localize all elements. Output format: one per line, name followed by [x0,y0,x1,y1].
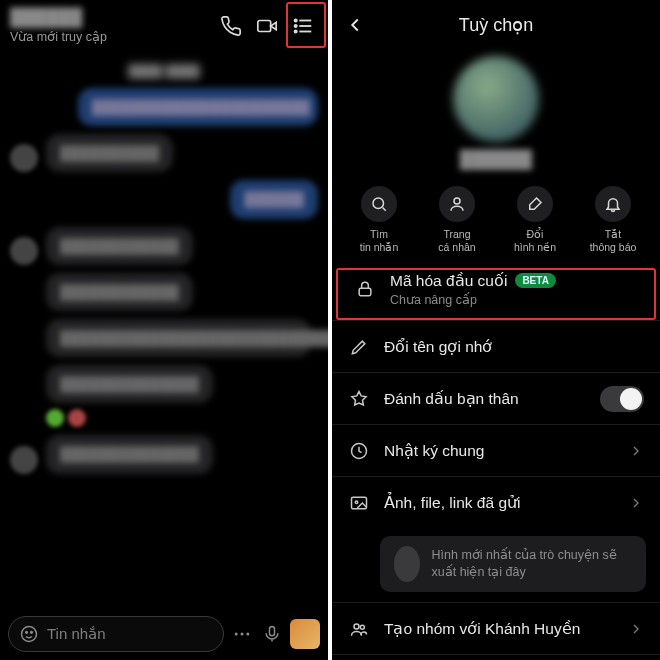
beta-badge: BETA [515,273,555,288]
svg-point-10 [235,633,238,636]
image-icon [348,493,370,513]
clock-icon [348,441,370,461]
svg-rect-13 [270,627,275,636]
search-icon [361,186,397,222]
chevron-right-icon [628,495,644,511]
options-header: Tuỳ chọn [332,0,660,50]
chevron-right-icon [628,443,644,459]
avatar[interactable] [10,237,38,265]
message-row[interactable]: ████████████ [10,227,318,265]
options-menu-icon[interactable] [288,11,318,41]
svg-point-11 [241,633,244,636]
group-add-icon [348,619,370,639]
chat-body[interactable]: ████ ████ ██████████████████████ ███████… [0,52,328,608]
svg-point-12 [246,633,249,636]
bestfriend-toggle[interactable] [600,386,644,412]
media-empty-text: Hình mới nhất của trò chuyện sẽ xuất hiệ… [432,547,632,582]
message-bubble: ████████████████████████████████ [46,319,311,357]
row-shared-diary[interactable]: Nhật ký chung [332,424,660,476]
svg-point-7 [22,627,37,642]
mic-icon[interactable] [260,624,284,644]
svg-point-15 [454,198,460,204]
row-title-text: Nhật ký chung [384,442,484,459]
row-e2e-encryption[interactable]: Mã hóa đầu cuối BETA Chưa nâng cấp [336,268,656,320]
chat-presence: Vừa mới truy cập [10,29,210,44]
avatar[interactable] [10,446,38,474]
options-title: Tuỳ chọn [344,14,648,36]
message-bubble: ██████████ [46,134,173,172]
svg-point-5 [295,30,297,32]
svg-point-19 [355,501,358,504]
svg-rect-16 [359,288,371,296]
emoji-icon[interactable] [19,624,39,644]
chat-date-divider: ████ ████ [10,64,318,78]
chat-screen: ██████ Vừa mới truy cập ████ ████ ██████… [0,0,328,660]
action-label: Tìm tin nhắn [360,228,399,254]
message-bubble: ██████ [230,180,318,218]
gallery-button[interactable] [290,619,320,649]
svg-point-8 [26,632,28,634]
media-empty-card: Hình mới nhất của trò chuyện sẽ xuất hiệ… [380,536,646,592]
profile-icon [439,186,475,222]
message-bubble: ████████████ [46,273,193,311]
svg-point-9 [31,632,33,634]
row-title-text: Mã hóa đầu cuối [390,272,507,290]
message-bubble: ██████████████ [46,435,213,473]
options-screen: Tuỳ chọn ██████ Tìm tin nhắn Trang cá nh… [332,0,660,660]
lock-icon [354,279,376,299]
svg-point-20 [354,624,359,629]
action-label: Tắt thông báo [590,228,637,254]
quick-actions: Tìm tin nhắn Trang cá nhân Đổi hình nền … [332,182,660,268]
action-search-messages[interactable]: Tìm tin nhắn [340,186,418,254]
message-row[interactable]: ████████████████████████████████ [10,319,318,357]
action-label: Đổi hình nền [514,228,556,254]
message-row[interactable]: ██████████ [10,134,318,172]
message-input-placeholder: Tin nhắn [47,625,105,643]
message-row[interactable]: ██████████████████████ [10,88,318,126]
row-title-text: Đổi tên gợi nhớ [384,338,492,355]
chat-title-block[interactable]: ██████ Vừa mới truy cập [10,8,210,44]
svg-point-14 [373,198,384,209]
message-bubble: ████████████ [46,227,193,265]
row-rename-alias[interactable]: Đổi tên gợi nhớ [332,320,660,372]
row-title-text: Tạo nhóm với Khánh Huyền [384,620,580,637]
message-row[interactable]: ████████████ [10,273,318,311]
brush-icon [517,186,553,222]
chevron-right-icon [628,621,644,637]
row-create-group[interactable]: Tạo nhóm với Khánh Huyền [332,602,660,654]
message-row[interactable]: ██████████████ [10,435,318,473]
avatar[interactable] [10,144,38,172]
row-title-text: Ảnh, file, link đã gửi [384,494,520,511]
svg-point-3 [295,25,297,27]
star-icon [348,389,370,409]
placeholder-image-icon [394,546,420,582]
action-change-wallpaper[interactable]: Đổi hình nền [496,186,574,254]
svg-point-1 [295,19,297,21]
profile-name: ██████ [332,150,660,170]
message-reactions[interactable] [46,409,318,427]
message-bubble: ██████████████████████ [78,88,318,126]
message-input[interactable]: Tin nhắn [8,616,224,652]
svg-rect-0 [258,21,271,32]
svg-point-21 [360,625,364,629]
action-personal-page[interactable]: Trang cá nhân [418,186,496,254]
profile-block: ██████ [332,50,660,182]
chat-contact-name: ██████ [10,8,210,28]
pencil-icon [348,337,370,357]
action-mute-notifications[interactable]: Tắt thông báo [574,186,652,254]
message-row[interactable]: ██████ [10,180,318,218]
row-media-files-links[interactable]: Ảnh, file, link đã gửi [332,476,660,528]
chat-input-bar: Tin nhắn [0,608,328,660]
more-icon[interactable] [230,624,254,644]
chat-header: ██████ Vừa mới truy cập [0,0,328,52]
row-add-to-group[interactable]: Thêm Khánh Huyền vào nhóm [332,654,660,660]
bell-icon [595,186,631,222]
row-mark-bestfriend[interactable]: Đánh dấu bạn thân [332,372,660,424]
row-subtitle: Chưa nâng cấp [390,292,638,307]
message-row[interactable]: ██████████████ [10,365,318,403]
profile-avatar[interactable] [453,56,539,142]
message-bubble: ██████████████ [46,365,213,403]
video-call-icon[interactable] [252,11,282,41]
call-icon[interactable] [216,11,246,41]
row-title-text: Đánh dấu bạn thân [384,390,519,407]
